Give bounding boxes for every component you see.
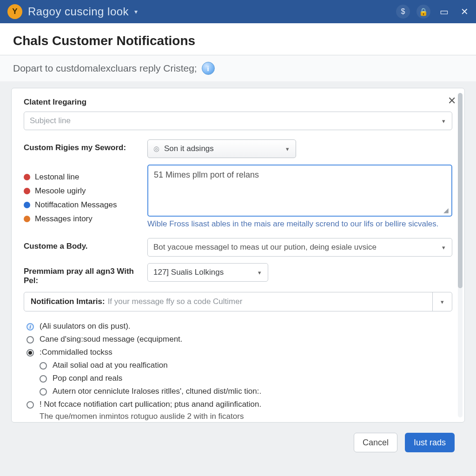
scrollbar-thumb[interactable] — [458, 93, 463, 288]
list-item[interactable]: Mesoole ugirly — [24, 184, 140, 198]
body-value: Bot yacoue messagel to meas ut our putio… — [153, 243, 377, 252]
message-textarea[interactable]: 51 Mimes pllm port of relans ◢ — [147, 165, 452, 217]
body-label: Custome a Body. — [24, 238, 140, 251]
info-radio-icon — [26, 323, 34, 331]
radio-option[interactable]: Cane d'sing:soud message (ecquipment. — [24, 333, 452, 346]
dot-icon — [24, 188, 30, 194]
radio-icon — [40, 388, 47, 396]
textarea-value: 51 Mimes pllm port of relans — [154, 170, 259, 179]
premium-select[interactable]: 127] Sualis Lolkings ▾ — [147, 263, 268, 282]
intaris-prefix: Notification Imtaris: — [31, 297, 105, 306]
trailing-note: The que/momen inmintos rotuguo auslide 2… — [24, 412, 452, 421]
scrollbar-track[interactable] — [458, 93, 463, 417]
titlebar-actions: $ 🔒 ▭ ✕ — [396, 5, 471, 19]
sub-header-text: Dopart to custdomalexcluars reply Criste… — [13, 63, 197, 74]
dot-icon — [24, 174, 30, 180]
list-item[interactable]: Lestonal line — [24, 170, 140, 184]
subject-line-select[interactable]: Subject line ▾ — [24, 112, 452, 130]
radio-icon — [40, 362, 47, 370]
footer-buttons: Cancel Iust rads — [0, 423, 476, 452]
section-label-clatent: Clatent Iregaring — [24, 98, 452, 107]
titlebar: Y Ragoy cuscing look ▾ $ 🔒 ▭ ✕ — [0, 0, 476, 23]
radio-label: :Commidalled tockss — [40, 348, 112, 357]
body-select[interactable]: Bot yacoue messagel to meas ut our putio… — [147, 238, 452, 257]
target-icon: ◎ — [153, 145, 159, 153]
radio-label: Autern otor cenniclute Iraloses ritlles'… — [53, 387, 261, 396]
radio-option[interactable]: (Ali suulators on dis pust). — [24, 320, 452, 333]
list-item[interactable]: Notiffacation Messages — [24, 198, 140, 212]
list-item-label: Mesoole ugirly — [35, 186, 86, 196]
radio-option-sub[interactable]: Atail solial oad at you realfication — [24, 359, 452, 372]
info-icon[interactable]: i — [202, 62, 215, 75]
options-radio-group: (Ali suulators on dis pust). Cane d'sing… — [24, 320, 452, 421]
page-title: Chals Customer Notifications — [13, 33, 463, 48]
radio-option[interactable]: :Commidalled tockss — [24, 346, 452, 359]
dot-icon — [24, 202, 30, 208]
avatar[interactable]: Y — [7, 4, 22, 19]
cancel-button[interactable]: Cancel — [354, 433, 397, 452]
radio-icon — [40, 375, 47, 383]
radio-label: Atail solial oad at you realfication — [53, 361, 168, 370]
radio-icon — [26, 401, 34, 409]
close-icon[interactable]: ✕ — [457, 5, 471, 19]
primary-action-button[interactable]: Iust rads — [405, 433, 455, 452]
radio-option-sub[interactable]: Autern otor cenniclute Iraloses ritlles'… — [24, 385, 452, 398]
title-dropdown-caret[interactable]: ▾ — [134, 8, 138, 15]
subject-line-placeholder: Subject line — [30, 116, 71, 126]
custom-rule-select[interactable]: ◎ Son it adsings ▾ — [147, 139, 296, 158]
chevron-down-icon: ▾ — [286, 145, 289, 152]
radio-label: (Ali suulators on dis pust). — [40, 322, 131, 331]
page-header: Chals Customer Notifications — [0, 23, 476, 55]
category-list: Lestonal line Mesoole ugirly Notiffacati… — [24, 170, 140, 226]
premium-label: Premmiam pray all agn3 With Pel: — [24, 263, 140, 285]
notification-intaris-select[interactable]: Notification Imtaris: If your message ff… — [24, 292, 452, 311]
radio-label: Pop conpl and reals — [53, 374, 122, 383]
lock-icon[interactable]: 🔒 — [416, 5, 430, 19]
radio-option-sub[interactable]: Pop conpl and reals — [24, 372, 452, 385]
window-title: Ragoy cuscing look — [28, 5, 129, 18]
list-item[interactable]: Messages intory — [24, 212, 140, 226]
list-item-label: Lestonal line — [35, 172, 79, 182]
textarea-hint: Wible Fross lisast ables in the mais are… — [147, 219, 452, 229]
panel-close-icon[interactable]: ✕ — [448, 95, 456, 107]
chevron-down-icon: ▾ — [258, 269, 261, 276]
premium-value: 127] Sualis Lolkings — [153, 268, 224, 277]
chevron-down-icon: ▾ — [432, 292, 452, 311]
intaris-placeholder: If your message ffy so a code Cultimer — [108, 297, 243, 306]
radio-icon — [26, 336, 34, 344]
chevron-down-icon: ▾ — [442, 244, 445, 251]
list-item-label: Notiffacation Messages — [35, 200, 117, 210]
currency-icon[interactable]: $ — [396, 5, 410, 19]
notification-panel: ✕ Clatent Iregaring Subject line ▾ Custo… — [11, 88, 465, 423]
resize-handle-icon[interactable]: ◢ — [443, 206, 449, 214]
radio-option[interactable]: ! Not fccace notifiation cart pullicatio… — [24, 398, 452, 411]
chevron-down-icon: ▾ — [442, 118, 445, 125]
list-item-label: Messages intory — [35, 214, 93, 224]
radio-icon — [26, 349, 34, 357]
radio-label: Cane d'sing:soud message (ecquipment. — [40, 335, 183, 344]
custom-rule-label: Custom Rigies my Seword: — [24, 139, 140, 152]
dot-icon — [24, 216, 30, 222]
custom-rule-value: Son it adsings — [164, 144, 214, 153]
window-icon[interactable]: ▭ — [437, 5, 451, 19]
radio-label: ! Not fccace notifiation cart pullicatio… — [40, 400, 261, 409]
sub-header-bar: Dopart to custdomalexcluars reply Criste… — [0, 55, 476, 81]
